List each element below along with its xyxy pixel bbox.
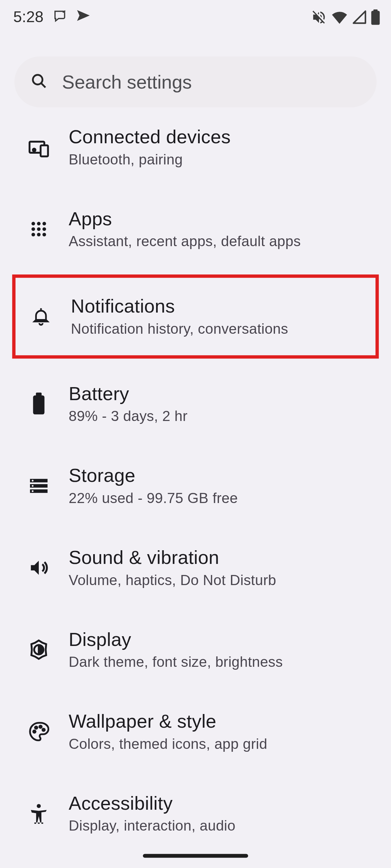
item-subtitle: Display, interaction, audio [69,817,377,834]
svg-point-14 [37,233,40,236]
svg-rect-1 [373,9,378,11]
svg-point-8 [37,222,40,225]
settings-item-notifications[interactable]: Notifications Notification history, conv… [16,278,376,355]
mute-icon [311,9,327,25]
devices-icon [25,136,52,158]
apps-icon [25,220,52,239]
palette-icon [25,721,52,742]
status-bar-right [311,9,380,25]
settings-item-wallpaper[interactable]: Wallpaper & style Colors, themed icons, … [0,690,391,773]
item-title: Notifications [71,296,361,317]
svg-rect-17 [33,396,44,414]
item-subtitle: Colors, themed icons, app grid [69,736,377,753]
item-subtitle: 89% - 3 days, 2 hr [69,408,377,425]
search-settings[interactable]: Search settings [14,56,377,107]
settings-item-battery[interactable]: Battery 89% - 3 days, 2 hr [0,363,391,445]
highlight-box: Notifications Notification history, conv… [12,275,379,359]
search-icon [30,72,48,92]
item-title: Storage [69,465,377,487]
item-title: Accessibility [69,793,377,814]
svg-point-24 [32,490,33,492]
settings-item-apps[interactable]: Apps Assistant, recent apps, default app… [0,188,391,270]
svg-point-31 [37,804,41,808]
svg-point-7 [32,222,35,225]
signal-icon [352,10,367,24]
settings-item-storage[interactable]: Storage 22% used - 99.75 GB free [0,445,391,527]
item-subtitle: Bluetooth, pairing [69,151,377,168]
settings-item-sound[interactable]: Sound & vibration Volume, haptics, Do No… [0,527,391,609]
svg-point-11 [37,227,40,231]
item-subtitle: 22% used - 99.75 GB free [69,490,377,507]
item-subtitle: Notification history, conversations [71,320,361,338]
svg-rect-5 [41,145,48,156]
settings-item-connected-devices[interactable]: Connected devices Bluetooth, pairing [0,115,391,188]
status-bar-left: 5:28 [13,8,90,26]
brightness-icon [25,639,52,661]
settings-item-accessibility[interactable]: Accessibility Display, interaction, audi… [0,773,391,855]
item-title: Display [69,629,377,650]
item-title: Connected devices [69,126,377,148]
svg-point-28 [35,726,37,728]
svg-rect-18 [36,393,41,397]
item-subtitle: Volume, haptics, Do Not Disturb [69,572,377,589]
status-bar: 5:28 [0,0,391,29]
item-title: Battery [69,383,377,404]
svg-point-23 [32,485,33,487]
storage-icon [25,475,52,497]
svg-rect-0 [371,11,380,25]
svg-point-2 [33,75,43,84]
svg-point-29 [39,726,42,728]
svg-point-6 [33,149,35,151]
svg-point-12 [43,227,46,231]
settings-item-display[interactable]: Display Dark theme, font size, brightnes… [0,609,391,691]
chat-icon [52,8,67,26]
bell-icon [28,307,54,327]
svg-point-9 [43,222,46,225]
item-subtitle: Dark theme, font size, brightness [69,653,377,671]
item-title: Sound & vibration [69,547,377,568]
svg-point-27 [33,731,35,733]
item-subtitle: Assistant, recent apps, default apps [69,233,377,250]
status-time: 5:28 [13,8,44,26]
svg-line-3 [41,83,45,87]
battery-full-icon [25,392,52,415]
navigation-handle[interactable] [143,854,248,858]
svg-point-22 [32,479,33,481]
svg-point-30 [43,728,45,731]
svg-point-15 [43,233,46,236]
wifi-icon [331,10,348,24]
item-title: Wallpaper & style [69,710,377,732]
search-placeholder: Search settings [62,71,192,92]
svg-point-10 [32,227,35,231]
accessibility-icon [25,803,52,824]
item-title: Apps [69,208,377,229]
svg-point-13 [32,233,35,236]
battery-icon [371,9,380,25]
send-icon [76,8,90,26]
volume-icon [25,557,52,579]
